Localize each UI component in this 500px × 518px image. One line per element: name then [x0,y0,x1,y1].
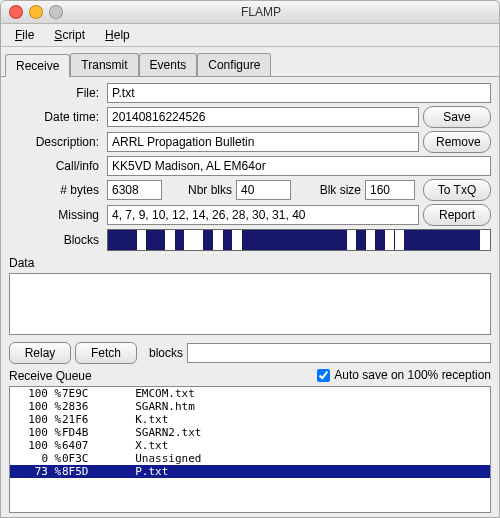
label-nbytes: # bytes [9,183,103,197]
to-txq-button[interactable]: To TxQ [423,179,491,201]
receive-queue-list[interactable]: 100 % 7E9C EMCOM.txt100 % 2836 SGARN.htm… [9,386,491,513]
queue-row[interactable]: 100 % 7E9C EMCOM.txt [10,387,490,400]
autosave-checkbox[interactable] [317,369,330,382]
titlebar: FLAMP [1,1,499,24]
menu-file[interactable]: Filedocument.currentScript.previousEleme… [7,26,42,44]
window-controls [9,5,63,19]
datetime-field[interactable] [107,107,419,127]
fetch-button[interactable]: Fetch [75,342,137,364]
save-button[interactable]: Save [423,106,491,128]
nbrblks-field[interactable] [236,180,291,200]
label-missing: Missing [9,208,103,222]
label-datetime: Date time: [9,110,103,124]
minimize-icon[interactable] [29,5,43,19]
menu-help[interactable]: Help [97,26,138,44]
tabstrip: Receive Transmit Events Configure [1,47,499,77]
blksize-field[interactable] [365,180,415,200]
close-icon[interactable] [9,5,23,19]
relay-button[interactable]: Relay [9,342,71,364]
label-blocks2: blocks [149,346,183,360]
data-textarea[interactable] [9,273,491,335]
report-button[interactable]: Report [423,204,491,226]
tab-events[interactable]: Events [139,53,198,76]
label-data: Data [9,254,491,270]
tab-receive[interactable]: Receive [5,54,70,77]
file-field[interactable] [107,83,491,103]
queue-row[interactable]: 73 % 8F5D P.txt [10,465,490,478]
label-callinfo: Call/info [9,159,103,173]
menu-script[interactable]: Script [46,26,93,44]
queue-row[interactable]: 100 % 2836 SGARN.htm [10,400,490,413]
label-blksize: Blk size [295,183,361,197]
app-window: FLAMP Filedocument.currentScript.previou… [0,0,500,518]
zoom-icon[interactable] [49,5,63,19]
callinfo-field[interactable] [107,156,491,176]
autosave-label: Auto save on 100% reception [334,368,491,382]
queue-row[interactable]: 100 % FD4B SGARN2.txt [10,426,490,439]
label-description: Description: [9,135,103,149]
menubar: Filedocument.currentScript.previousEleme… [1,24,499,47]
label-blocks: Blocks [9,233,103,247]
autosave-option[interactable]: Auto save on 100% reception [317,368,491,382]
label-receive-queue: Receive Queue [9,367,92,383]
nbytes-field[interactable] [107,180,162,200]
relay-blocks-field[interactable] [187,343,491,363]
description-field[interactable] [107,132,419,152]
tab-transmit[interactable]: Transmit [70,53,138,76]
queue-row[interactable]: 100 % 21F6 K.txt [10,413,490,426]
missing-field[interactable] [107,205,419,225]
blocks-progress [107,229,491,251]
window-title: FLAMP [63,5,459,19]
queue-row[interactable]: 0 % 0F3C Unassigned [10,452,490,465]
remove-button[interactable]: Remove [423,131,491,153]
receive-panel: File: Date time: Save Description: Remov… [1,77,499,517]
label-nbrblks: Nbr blks [166,183,232,197]
tab-configure[interactable]: Configure [197,53,271,76]
queue-row[interactable]: 100 % 6407 X.txt [10,439,490,452]
label-file: File: [9,86,103,100]
